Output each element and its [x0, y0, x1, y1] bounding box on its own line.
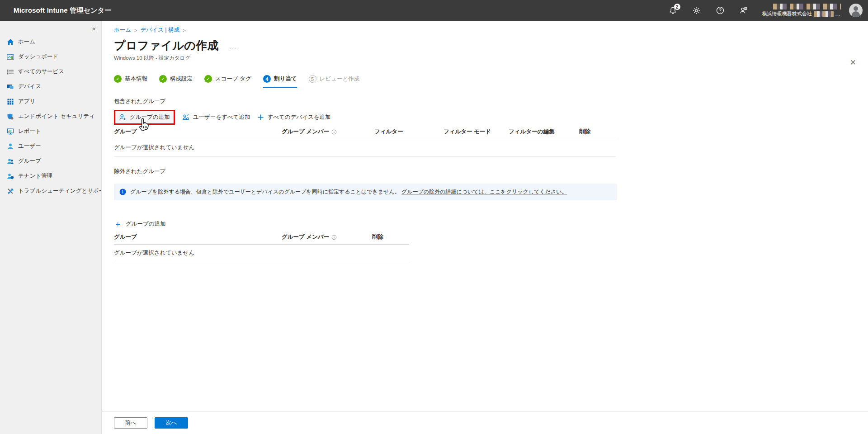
sidebar-item-users[interactable]: ユーザー	[0, 139, 101, 154]
breadcrumb-separator: >	[134, 28, 137, 33]
breadcrumb-devices-configuration[interactable]: デバイス | 構成	[141, 26, 179, 34]
person-add-icon	[119, 113, 127, 121]
info-filled-icon	[119, 189, 126, 195]
step-scope-tags[interactable]: ✓ スコープ タグ	[204, 75, 251, 88]
included-groups-heading: 包含されたグループ	[114, 98, 868, 105]
tenant-name: 横浜情報機器株式会社	[762, 10, 812, 17]
empty-state-text: グループが選択されていません	[114, 139, 616, 157]
close-icon[interactable]: ✕	[850, 58, 856, 67]
sidebar-collapse-chevron[interactable]: «	[90, 24, 98, 33]
add-all-users-button[interactable]: ユーザーをすべて追加	[179, 111, 254, 123]
breadcrumb: ホーム > デバイス | 構成 >	[114, 26, 868, 34]
info-icon	[331, 235, 337, 240]
banner-learn-more-link[interactable]: グループの除外の詳細については、ここをクリックしてください。	[401, 189, 567, 195]
add-excluded-groups-label: グループの追加	[126, 220, 166, 228]
previous-button[interactable]: 前へ	[114, 417, 147, 429]
tenant-admin-icon	[7, 173, 14, 180]
apps-icon	[7, 98, 14, 105]
sidebar-item-apps[interactable]: アプリ	[0, 94, 101, 109]
column-filter: フィルター	[374, 128, 443, 136]
redacted-user-email	[773, 4, 841, 9]
step-basics[interactable]: ✓ 基本情報	[114, 75, 147, 88]
step-number-badge: 5	[309, 75, 316, 83]
step-number-badge: 4	[263, 75, 271, 83]
sidebar-item-devices[interactable]: デバイス	[0, 79, 101, 94]
avatar[interactable]	[849, 4, 863, 17]
feedback-icon[interactable]	[736, 3, 751, 18]
tenant-switcher[interactable]: 横浜情報機器株式会社 ...	[762, 4, 841, 17]
sidebar-item-reports[interactable]: レポート	[0, 124, 101, 139]
sidebar-item-all-services[interactable]: すべてのサービス	[0, 64, 101, 79]
step-done-check-icon: ✓	[204, 75, 212, 83]
page-subtitle: Windows 10 以降 - 設定カタログ	[114, 55, 868, 61]
plus-icon	[257, 114, 264, 121]
sidebar-item-endpoint-security[interactable]: エンドポイント セキュリティ	[0, 109, 101, 124]
wizard-steps: ✓ 基本情報 ✓ 構成設定 ✓ スコープ タグ 4 割り当て 5 レビューと作成	[114, 75, 868, 88]
users-icon	[7, 143, 14, 150]
tenant-ellipsis: ...	[835, 11, 841, 17]
gear-icon	[692, 6, 701, 15]
add-groups-button[interactable]: グループの追加	[114, 110, 175, 125]
column-group: グループ	[114, 233, 282, 241]
column-group-members: グループ メンバー	[282, 233, 372, 241]
groups-icon	[7, 158, 14, 165]
page-title: プロファイルの作成	[114, 38, 219, 53]
step-review-create[interactable]: 5 レビューと作成	[309, 75, 360, 88]
column-edit-filter: フィルターの編集	[509, 128, 579, 136]
top-bar: Microsoft Intune 管理センター 2	[0, 0, 868, 21]
add-excluded-groups-button[interactable]: ＋ グループの追加	[114, 218, 166, 230]
title-context-menu-icon[interactable]: …	[230, 40, 237, 51]
sidebar-item-troubleshooting[interactable]: トラブルシューティングとサポート	[0, 184, 101, 198]
add-all-devices-label: すべてのデバイスを追加	[267, 113, 330, 121]
included-groups-actions: グループの追加 ユーザーをすべて追加 すべてのデバイスを追加	[114, 110, 868, 124]
help-icon[interactable]	[712, 3, 728, 18]
add-all-devices-button[interactable]: すべてのデバイスを追加	[254, 111, 334, 123]
step-done-check-icon: ✓	[114, 75, 122, 83]
help-icon	[716, 6, 725, 15]
sidebar-item-label: すべてのサービス	[18, 68, 64, 75]
sidebar-item-dashboard[interactable]: ダッシュボード	[0, 49, 101, 64]
people-add-icon	[182, 113, 190, 121]
sidebar-item-label: ホーム	[18, 38, 35, 46]
sidebar-item-home[interactable]: ホーム	[0, 34, 101, 49]
dashboard-icon	[7, 53, 14, 61]
sidebar-item-label: レポート	[18, 127, 41, 135]
column-group-members: グループ メンバー	[282, 128, 374, 136]
table-header-row: グループ グループ メンバー 削除	[114, 233, 409, 245]
reports-icon	[7, 128, 14, 135]
gear-icon[interactable]	[689, 3, 704, 18]
sidebar-item-label: テナント管理	[18, 172, 52, 180]
troubleshooting-icon	[7, 188, 14, 195]
next-button[interactable]: 次へ	[155, 417, 188, 429]
step-done-check-icon: ✓	[159, 75, 167, 83]
sidebar-item-label: アプリ	[18, 98, 35, 105]
feedback-icon	[739, 6, 748, 15]
column-remove: 削除	[579, 128, 614, 136]
sidebar-item-label: ダッシュボード	[18, 53, 58, 61]
step-configuration-settings[interactable]: ✓ 構成設定	[159, 75, 193, 88]
main-content: ホーム > デバイス | 構成 > プロファイルの作成 … ✕ Windows …	[102, 21, 868, 434]
sidebar-item-label: グループ	[18, 157, 41, 165]
sidebar-item-label: デバイス	[18, 83, 41, 90]
devices-icon	[7, 83, 14, 90]
sidebar-nav: ホーム ダッシュボード すべてのサービス デバイス	[0, 34, 101, 198]
redacted-tenant-domain	[814, 11, 834, 17]
info-icon	[331, 129, 337, 135]
sidebar-item-tenant-admin[interactable]: テナント管理	[0, 169, 101, 184]
all-services-icon	[7, 68, 14, 75]
add-groups-label: グループの追加	[130, 113, 170, 121]
excluded-groups-table: グループ グループ メンバー 削除 グループが選択されていません	[114, 233, 409, 262]
wizard-footer: 前へ 次へ	[102, 411, 868, 434]
banner-message: グループを除外する場合、包含と除外でユーザーとデバイスのグループを同時に指定する…	[130, 188, 567, 196]
home-icon	[7, 38, 14, 46]
sidebar-item-groups[interactable]: グループ	[0, 154, 101, 169]
included-groups-table: グループ グループ メンバー フィルター フィルター モード フィルターの編集 …	[114, 128, 616, 157]
breadcrumb-home[interactable]: ホーム	[114, 26, 131, 34]
bell-icon[interactable]: 2	[665, 3, 681, 18]
excluded-groups-heading: 除外されたグループ	[114, 168, 868, 175]
app-title: Microsoft Intune 管理センター	[14, 6, 111, 15]
plus-icon: ＋	[114, 220, 122, 228]
table-header-row: グループ グループ メンバー フィルター フィルター モード フィルターの編集 …	[114, 128, 616, 139]
info-banner: グループを除外する場合、包含と除外でユーザーとデバイスのグループを同時に指定する…	[114, 184, 617, 200]
step-assignments[interactable]: 4 割り当て	[263, 75, 297, 88]
